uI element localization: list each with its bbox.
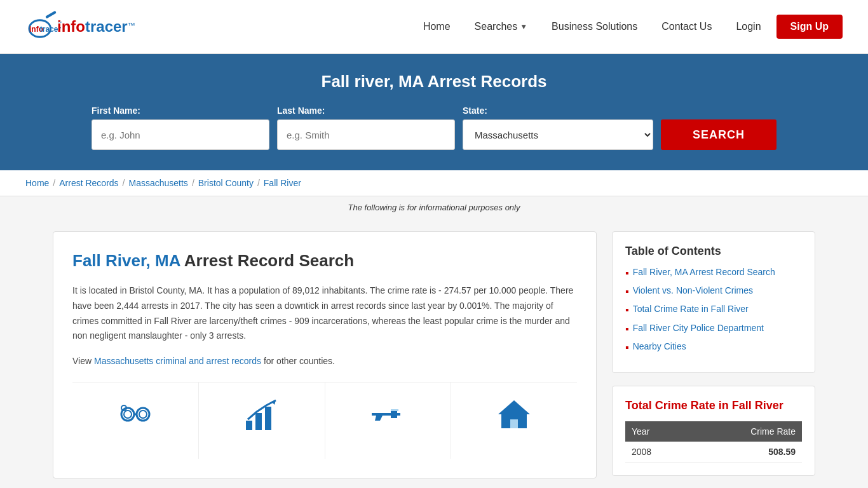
icon-cell-handcuffs	[72, 383, 199, 459]
breadcrumb-item-0[interactable]: Home	[25, 178, 49, 188]
toc-link-0[interactable]: Fall River, MA Arrest Record Search	[633, 267, 775, 277]
title-blue: Fall River, MA	[72, 251, 180, 270]
search-form: First Name: Last Name: State: AlabamaAla…	[85, 105, 783, 150]
chart-icon	[243, 395, 281, 441]
icons-row	[72, 382, 577, 459]
nav-business-solutions[interactable]: Business Solutions	[543, 16, 646, 37]
toc-item-1: ▪Violent vs. Non-Violent Crimes	[625, 285, 802, 297]
toc-link-1[interactable]: Violent vs. Non-Violent Crimes	[633, 285, 753, 295]
toc-box: Table of Contents ▪Fall River, MA Arrest…	[612, 231, 815, 373]
toc-item-0: ▪Fall River, MA Arrest Record Search	[625, 267, 802, 279]
view-text: View	[72, 356, 92, 366]
breadcrumb-sep-2: /	[192, 178, 194, 188]
toc-item-3: ▪Fall River City Police Department	[625, 323, 802, 335]
info-bar: The following is for informational purpo…	[0, 196, 868, 219]
toc-bullet-icon: ▪	[625, 304, 629, 316]
toc-bullet-icon: ▪	[625, 341, 629, 353]
crime-row-0: 2008508.59	[625, 442, 802, 463]
description-text: It is located in Bristol County, MA. It …	[72, 283, 577, 344]
house-icon	[495, 395, 533, 441]
logo-tracer: tracer	[85, 18, 128, 35]
logo-tm: ™	[128, 21, 135, 30]
toc-link-2[interactable]: Total Crime Rate in Fall River	[633, 304, 749, 314]
crime-rate-title: Total Crime Rate in Fall River	[625, 399, 802, 412]
view-suffix: for other counties.	[264, 356, 335, 366]
breadcrumb-bar: Home/Arrest Records/Massachusetts/Bristo…	[0, 170, 868, 196]
toc-list: ▪Fall River, MA Arrest Record Search▪Vio…	[625, 267, 802, 353]
nav-searches-label: Searches	[475, 21, 518, 32]
breadcrumb-item-3[interactable]: Bristol County	[198, 178, 254, 188]
first-name-label: First Name:	[92, 105, 269, 116]
svg-rect-12	[255, 413, 262, 430]
page-main-title: Fall River, MA Arrest Record Search	[72, 251, 577, 271]
handcuffs-icon	[116, 395, 154, 441]
toc-item-2: ▪Total Crime Rate in Fall River	[625, 304, 802, 316]
state-select[interactable]: AlabamaAlaskaArizonaArkansasCaliforniaCo…	[463, 119, 653, 150]
nav-searches[interactable]: Searches ▼	[466, 16, 536, 37]
main-nav: Home Searches ▼ Business Solutions Conta…	[414, 15, 843, 39]
title-black: Arrest Record Search	[184, 251, 354, 270]
svg-point-8	[139, 410, 147, 418]
breadcrumb-sep-0: /	[53, 178, 55, 188]
breadcrumb-sep-1: /	[123, 178, 125, 188]
content-left: Fall River, MA Arrest Record Search It i…	[53, 231, 597, 478]
nav-contact-us[interactable]: Contact Us	[653, 16, 721, 37]
breadcrumb-item-4[interactable]: Fall River	[264, 178, 301, 188]
svg-rect-15	[391, 409, 398, 411]
col-year: Year	[625, 421, 689, 442]
crime-rate-box: Total Crime Rate in Fall River Year Crim…	[612, 386, 815, 476]
header: info tracer ™ infotracer™ Home Searches …	[0, 0, 868, 54]
last-name-label: Last Name:	[277, 105, 455, 116]
crime-rate-table: Year Crime Rate 2008508.59	[625, 421, 802, 463]
toc-link-4[interactable]: Nearby Cities	[633, 341, 686, 351]
breadcrumb-sep-3: /	[257, 178, 260, 188]
first-name-input[interactable]	[92, 119, 269, 150]
logo-info: info	[57, 18, 85, 35]
toc-title: Table of Contents	[625, 245, 802, 258]
hero-title: Fall river, MA Arrest Records	[25, 72, 843, 92]
icon-cell-gun	[325, 383, 452, 459]
hero-section: Fall river, MA Arrest Records First Name…	[0, 54, 868, 170]
state-label: State:	[463, 105, 653, 116]
svg-rect-4	[45, 11, 57, 19]
col-rate: Crime Rate	[689, 421, 802, 442]
searches-chevron-icon: ▼	[520, 22, 527, 31]
icon-cell-chart	[199, 383, 325, 459]
svg-point-6	[124, 410, 132, 418]
nav-login[interactable]: Login	[727, 16, 770, 37]
last-name-group: Last Name:	[277, 105, 455, 150]
search-button[interactable]: SEARCH	[661, 119, 776, 150]
nav-home[interactable]: Home	[414, 16, 459, 37]
breadcrumb: Home/Arrest Records/Massachusetts/Bristo…	[25, 178, 843, 188]
last-name-input[interactable]	[277, 119, 455, 150]
breadcrumb-item-1[interactable]: Arrest Records	[59, 178, 118, 188]
gun-icon	[369, 395, 407, 441]
icon-cell-house	[451, 383, 577, 459]
logo: info tracer ™ infotracer™	[25, 8, 135, 46]
svg-rect-13	[265, 407, 271, 430]
toc-bullet-icon: ▪	[625, 323, 629, 335]
svg-rect-11	[246, 421, 252, 430]
view-link[interactable]: Massachusetts criminal and arrest record…	[94, 356, 261, 366]
toc-bullet-icon: ▪	[625, 267, 629, 279]
breadcrumb-item-2[interactable]: Massachusetts	[129, 178, 188, 188]
svg-rect-17	[510, 419, 518, 428]
toc-item-4: ▪Nearby Cities	[625, 341, 802, 353]
toc-link-3[interactable]: Fall River City Police Department	[633, 323, 764, 333]
view-line: View Massachusetts criminal and arrest r…	[72, 354, 577, 369]
crime-rate-0: 508.59	[689, 442, 802, 463]
content-right: Table of Contents ▪Fall River, MA Arrest…	[612, 231, 815, 478]
nav-signup-button[interactable]: Sign Up	[776, 15, 843, 39]
first-name-group: First Name:	[92, 105, 269, 150]
toc-bullet-icon: ▪	[625, 285, 629, 297]
main-content: Fall River, MA Arrest Record Search It i…	[27, 219, 841, 488]
crime-year-0: 2008	[625, 442, 689, 463]
state-group: State: AlabamaAlaskaArizonaArkansasCalif…	[463, 105, 653, 150]
